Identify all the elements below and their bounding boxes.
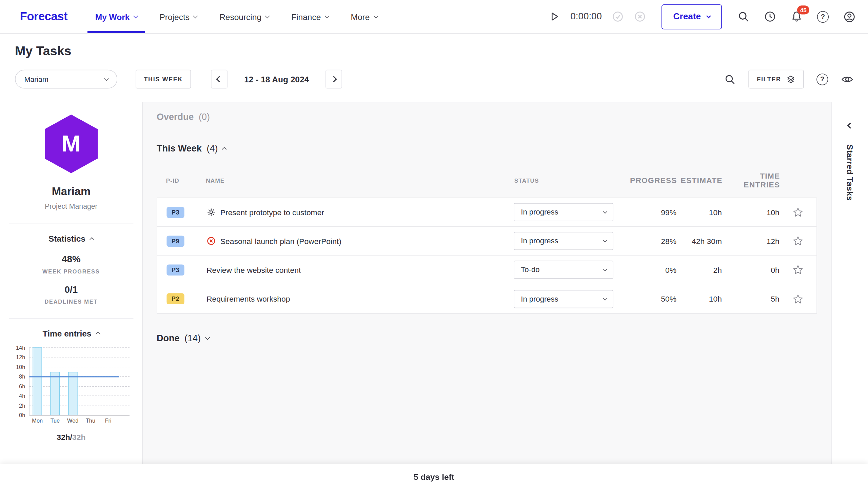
notifications-bell[interactable]: 45: [790, 11, 803, 23]
chart-bar: [68, 372, 77, 415]
main-nav: My Work Projects Resourcing Finance More: [95, 0, 377, 33]
nav-item-more[interactable]: More: [351, 0, 377, 33]
task-name[interactable]: Present prototype to customer: [220, 208, 324, 217]
chevron-left-icon: [847, 122, 853, 128]
task-name[interactable]: Requirements workshop: [206, 294, 290, 303]
page-title: My Tasks: [15, 44, 853, 59]
pid-cell: P9: [166, 236, 206, 247]
star-icon[interactable]: [793, 264, 803, 275]
week-progress-value: 48%: [0, 254, 142, 265]
previous-week-button[interactable]: [211, 70, 228, 89]
time-entries-chart: 14h12h10h8h6h4h2h0h MonTueWedThuFri: [8, 347, 134, 424]
estimate-cell: 2h: [676, 265, 722, 274]
filter-button[interactable]: FILTER: [749, 70, 804, 89]
progress-cell: 50%: [625, 294, 676, 303]
profile-sidebar: M Mariam Project Manager Statistics 48% …: [0, 102, 143, 489]
star-icon[interactable]: [793, 293, 803, 304]
bottom-status-bar: 5 days left: [0, 464, 868, 489]
avatar: M: [44, 115, 98, 173]
overdue-section-header: Overdue (0): [157, 112, 817, 122]
status-cell: In progress: [514, 203, 625, 221]
header-help-icon[interactable]: [816, 73, 828, 85]
timer-cancel-icon[interactable]: [634, 11, 646, 23]
timer-play-icon[interactable]: [548, 11, 560, 23]
time-entries-cell: 0h: [722, 265, 780, 274]
nav-item-projects[interactable]: Projects: [160, 0, 197, 33]
star-icon[interactable]: [793, 236, 803, 246]
starred-tasks-label[interactable]: Starred Tasks: [845, 144, 855, 201]
create-button-label: Create: [673, 12, 701, 21]
chart-bar: [33, 347, 42, 415]
date-range-label: 12 - 18 Aug 2024: [228, 75, 326, 84]
done-section-header: Done (14): [157, 333, 817, 344]
person-filter-dropdown[interactable]: Mariam: [15, 70, 117, 89]
blocked-icon: [206, 236, 216, 246]
pid-cell: P3: [166, 264, 206, 276]
star-cell: [780, 264, 816, 275]
timer-group: 0:00:00: [548, 11, 646, 23]
overdue-label: Overdue: [157, 112, 194, 122]
person-role: Project Manager: [0, 202, 142, 210]
time-entries-total: 32h/32h: [0, 433, 142, 442]
chevron-up-icon[interactable]: [90, 237, 95, 242]
table-row: P9 Seasonal launch plan (PowerPoint) In …: [157, 227, 816, 256]
time-entries-plot: [28, 347, 129, 415]
estimate-cell: 42h 30m: [676, 237, 722, 245]
nav-item-finance[interactable]: Finance: [291, 0, 329, 33]
star-cell: [780, 207, 816, 218]
this-week-button[interactable]: THIS WEEK: [136, 70, 191, 89]
status-dropdown[interactable]: In progress: [514, 290, 613, 308]
project-id-badge: P9: [166, 236, 184, 247]
progress-cell: 0%: [625, 265, 676, 274]
column-header-estimate: ESTIMATE: [677, 176, 723, 185]
star-cell: [780, 293, 816, 304]
collapse-section-icon[interactable]: [222, 147, 227, 152]
nav-item-my-work[interactable]: My Work: [95, 0, 137, 33]
nav-item-label: More: [351, 12, 370, 21]
expand-starred-panel-button[interactable]: [848, 120, 852, 130]
chart-x-axis: MonTueWedThuFri: [28, 418, 129, 424]
done-label: Done: [157, 333, 179, 344]
search-icon[interactable]: [737, 11, 750, 23]
help-icon[interactable]: [817, 11, 829, 22]
chevron-down-icon: [265, 14, 270, 18]
top-navigation-bar: Forecast My Work Projects Resourcing Fin…: [0, 0, 868, 34]
task-name[interactable]: Seasonal launch plan (PowerPoint): [220, 237, 341, 245]
estimate-cell: 10h: [676, 294, 722, 303]
timer-done-icon[interactable]: [612, 11, 624, 23]
status-dropdown[interactable]: In progress: [514, 203, 613, 221]
done-count: (14): [184, 333, 201, 344]
this-week-count: (4): [206, 143, 218, 154]
nav-item-resourcing[interactable]: Resourcing: [219, 0, 269, 33]
time-entries-section-header: Time entries: [43, 329, 100, 338]
layers-icon: [786, 75, 795, 84]
expand-section-icon[interactable]: [205, 335, 210, 340]
chart-bar: [50, 372, 60, 415]
content-area: M Mariam Project Manager Statistics 48% …: [0, 102, 868, 489]
chart-reference-line: [29, 376, 119, 377]
date-navigation: 12 - 18 Aug 2024: [211, 70, 342, 89]
task-name[interactable]: Review the website content: [206, 265, 301, 274]
chevron-up-icon[interactable]: [96, 332, 100, 337]
chevron-down-icon: [603, 209, 608, 214]
star-icon[interactable]: [793, 207, 803, 218]
status-dropdown[interactable]: To-do: [514, 261, 613, 279]
chevron-down-icon: [324, 14, 329, 18]
controls-row: Mariam THIS WEEK 12 - 18 Aug 2024 FILTER: [15, 70, 853, 89]
account-icon[interactable]: [843, 10, 856, 23]
create-button[interactable]: Create: [662, 4, 722, 29]
eye-icon[interactable]: [841, 73, 854, 86]
status-cell: In progress: [514, 290, 625, 308]
forecast-logo[interactable]: Forecast: [20, 10, 67, 23]
status-dropdown[interactable]: In progress: [514, 232, 613, 250]
task-search-icon[interactable]: [724, 73, 736, 85]
status-cell: In progress: [514, 232, 625, 250]
chevron-down-icon: [133, 14, 138, 18]
stage: Forecast My Work Projects Resourcing Fin…: [0, 0, 868, 489]
next-week-button[interactable]: [326, 70, 342, 89]
nav-item-label: My Work: [95, 12, 130, 21]
clock-icon[interactable]: [764, 11, 776, 23]
project-id-badge: P3: [166, 207, 184, 218]
project-id-badge: P2: [166, 293, 184, 304]
column-header-progress: PROGRESS: [625, 176, 677, 185]
